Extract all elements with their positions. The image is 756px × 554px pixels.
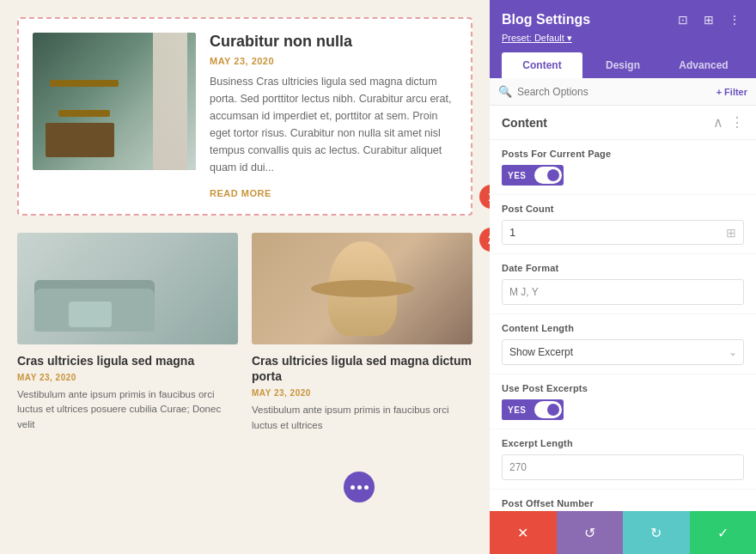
featured-card-content: Curabitur non nulla MAY 23, 2020 Busines… [210,33,457,200]
post-offset-label: Post Offset Number [502,498,744,508]
right-panel: Blog Settings ⊡ ⊞ ⋮ Preset: Default ▾ Co… [490,0,756,554]
posts-for-current-page-row: Posts For Current Page YES [490,140,756,195]
chat-dot-2 [357,485,362,490]
section-header: Content ∧ ⋮ [490,106,756,140]
small-card-2-excerpt: Vestibulum ante ipsum primis in faucibus… [252,403,472,433]
content-length-select-wrap: Show Excerpt Show Full Content Show Intr… [502,339,744,365]
grid-icon[interactable]: ⊞ [699,10,718,29]
chat-dots [351,485,369,490]
excerpt-length-label: Excerpt Length [502,438,744,448]
date-format-row: Date Format [490,254,756,314]
post-count-label: Post Count [502,204,744,214]
featured-card-excerpt: Business Cras ultricies ligula sed magna… [210,73,457,176]
number-input-icon: ⊞ [719,226,743,240]
chat-dot-3 [364,485,369,490]
cards-grid: Cras ultricies ligula sed magna MAY 23, … [17,233,472,433]
use-post-excerpts-row: Use Post Excerpts YES [490,374,756,429]
small-card-1-image [17,233,238,344]
section-controls: ∧ ⋮ [713,114,744,131]
featured-card: Curabitur non nulla MAY 23, 2020 Busines… [17,17,472,216]
panel-title: Blog Settings [502,12,590,27]
panel-body: Content ∧ ⋮ Posts For Current Page YES P… [490,106,756,554]
excerpt-length-input[interactable] [502,454,744,480]
excerpts-toggle-yes-label: YES [502,399,533,420]
responsive-icon[interactable]: ⊡ [674,10,692,29]
content-length-row: Content Length Show Excerpt Show Full Co… [490,314,756,374]
chat-icon[interactable] [344,472,375,502]
content-length-label: Content Length [502,323,744,333]
date-format-input[interactable] [502,279,744,305]
featured-card-title: Curabitur non nulla [210,33,457,51]
read-more-link[interactable]: READ MORE [210,188,271,198]
panel-header-top: Blog Settings ⊡ ⊞ ⋮ [502,10,744,29]
toggle-yes-label: YES [502,165,533,186]
post-count-input-wrap: ⊞ [502,220,744,245]
more-icon[interactable]: ⋮ [725,10,744,29]
tab-advanced[interactable]: Advanced [663,52,744,78]
small-card-2-date: MAY 23, 2020 [252,388,472,398]
cancel-button[interactable]: ✕ [490,511,557,554]
small-card-2: Cras ultricies ligula sed magna dictum p… [252,233,472,433]
panel-header: Blog Settings ⊡ ⊞ ⋮ Preset: Default ▾ Co… [490,0,756,78]
section-title: Content [502,116,547,130]
excerpt-length-row: Excerpt Length [490,429,756,490]
post-count-input[interactable] [503,221,719,244]
chat-dot-1 [351,485,355,490]
small-card-1: Cras ultricies ligula sed magna MAY 23, … [17,233,238,433]
bottom-action-bar: ✕ ↺ ↻ ✓ [490,511,756,554]
redo-button[interactable]: ↻ [623,511,690,554]
preset-link[interactable]: Preset: Default ▾ [502,33,572,43]
date-format-label: Date Format [502,263,744,273]
section-more-button[interactable]: ⋮ [730,114,744,131]
excerpts-toggle-slider[interactable] [534,401,562,418]
search-bar: 🔍 + Filter [490,78,756,106]
posts-for-current-page-label: Posts For Current Page [502,149,744,159]
featured-card-image [33,33,196,170]
tabs: Content Design Advanced [502,52,744,78]
panel-header-icons: ⊡ ⊞ ⋮ [674,10,744,29]
search-icon: 🔍 [498,85,512,98]
content-length-select[interactable]: Show Excerpt Show Full Content Show Intr… [502,339,744,365]
small-card-2-image [252,233,472,344]
panel-preset: Preset: Default ▾ [502,33,744,44]
confirm-button[interactable]: ✓ [690,511,757,554]
post-count-row: Post Count ⊞ [490,195,756,254]
use-post-excerpts-label: Use Post Excerpts [502,383,744,393]
small-card-1-title: Cras ultricies ligula sed magna [17,353,238,368]
search-input[interactable] [517,86,711,98]
posts-for-current-page-toggle[interactable]: YES [502,165,564,186]
filter-button[interactable]: + Filter [716,87,747,97]
toggle-slider[interactable] [534,167,562,184]
tab-content[interactable]: Content [502,52,582,78]
main-content: Curabitur non nulla MAY 23, 2020 Busines… [0,0,490,554]
small-card-1-excerpt: Vestibulum ante ipsum primis in faucibus… [17,387,238,432]
featured-card-date: MAY 23, 2020 [210,56,457,66]
undo-button[interactable]: ↺ [557,511,624,554]
tab-design[interactable]: Design [582,52,663,78]
collapse-button[interactable]: ∧ [713,114,723,131]
small-card-2-title: Cras ultricies ligula sed magna dictum p… [252,353,472,384]
use-post-excerpts-toggle[interactable]: YES [502,399,564,420]
small-card-1-date: MAY 23, 2020 [17,373,238,382]
